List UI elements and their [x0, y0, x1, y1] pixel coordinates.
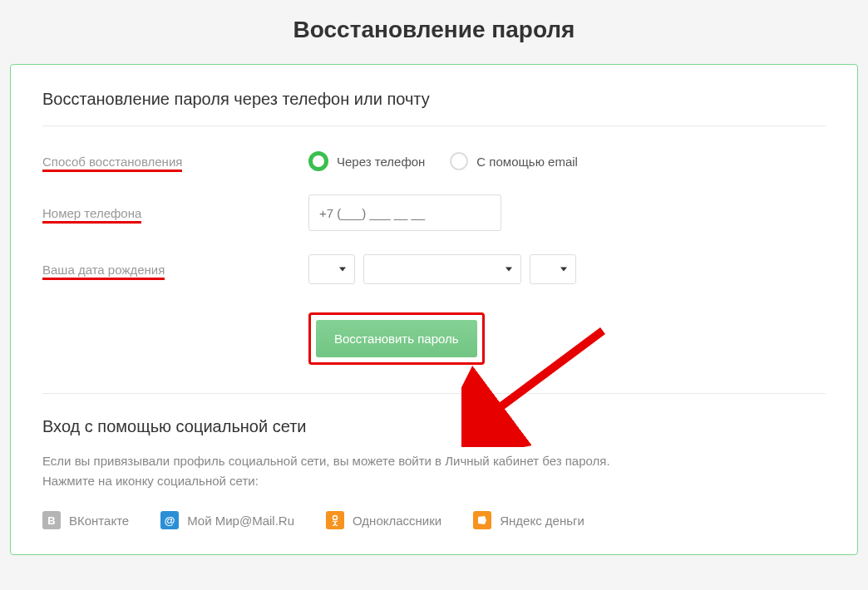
section-divider	[42, 393, 826, 394]
social-description: Если вы привязывали профиль социальной с…	[42, 451, 826, 491]
radio-email[interactable]: С помощью email	[450, 152, 578, 170]
social-ok-link[interactable]: Одноклассники	[326, 511, 441, 529]
divider	[42, 125, 826, 126]
social-yandex-link[interactable]: Яндекс деньги	[473, 511, 584, 529]
vk-icon: B	[42, 511, 61, 529]
phone-label: Номер телефона	[42, 206, 308, 220]
social-vk-label: ВКонтакте	[69, 514, 129, 528]
submit-highlight-box: Восстановить пароль	[308, 312, 485, 365]
social-vk-link[interactable]: B ВКонтакте	[42, 511, 129, 529]
radio-phone[interactable]: Через телефон	[308, 151, 425, 171]
social-ok-label: Одноклассники	[353, 514, 441, 528]
radio-selected-icon	[308, 151, 328, 171]
svg-point-0	[333, 516, 338, 520]
social-mailru-label: Мой Мир@Mail.Ru	[187, 514, 294, 528]
social-links: B ВКонтакте @ Мой Мир@Mail.Ru Одноклассн…	[42, 511, 826, 529]
dob-label: Ваша дата рождения	[42, 263, 308, 277]
submit-button[interactable]: Восстановить пароль	[316, 320, 477, 357]
radio-email-label: С помощью email	[476, 155, 578, 169]
dob-row: Ваша дата рождения	[42, 254, 826, 284]
recovery-method-row: Способ восстановления Через телефон С по…	[42, 151, 826, 171]
social-title: Вход с помощью социальной сети	[42, 417, 826, 436]
page-title: Восстановление пароля	[0, 0, 868, 64]
recovery-card: Восстановление пароля через телефон или …	[10, 64, 858, 555]
phone-row: Номер телефона	[42, 194, 826, 231]
mailru-icon: @	[160, 511, 179, 529]
dob-month-select[interactable]	[363, 254, 521, 284]
ok-icon	[326, 511, 344, 529]
social-mailru-link[interactable]: @ Мой Мир@Mail.Ru	[160, 511, 294, 529]
form-title: Восстановление пароля через телефон или …	[42, 90, 826, 109]
recovery-method-options: Через телефон С помощью email	[308, 151, 826, 171]
recovery-method-label: Способ восстановления	[42, 155, 308, 169]
phone-input[interactable]	[308, 194, 501, 231]
radio-phone-label: Через телефон	[337, 155, 425, 169]
radio-unselected-icon	[450, 152, 468, 170]
social-yandex-label: Яндекс деньги	[500, 514, 584, 528]
dob-year-select[interactable]	[530, 254, 576, 284]
social-section: Вход с помощью социальной сети Если вы п…	[42, 417, 826, 529]
yandex-money-icon	[473, 511, 491, 529]
dob-day-select[interactable]	[308, 254, 355, 284]
